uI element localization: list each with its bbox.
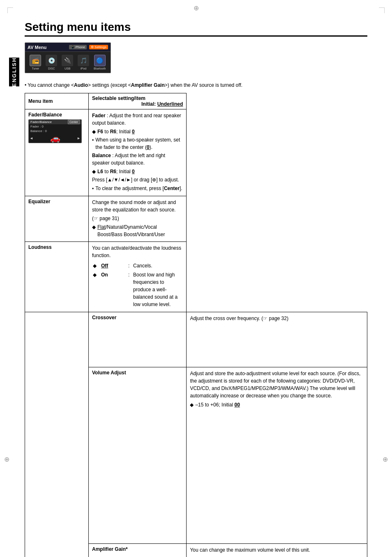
cell-fader-label: Fader/Balance Fader/Balance Center Fader… [25,109,89,196]
table-row-equalizer: Equalizer Change the sound mode or adjus… [25,196,367,242]
table-row-fader: Fader/Balance Fader/Balance Center Fader… [25,109,367,196]
av-menu-bar-right: 📱 Phone ⚙ Settings [69,45,108,49]
av-menu-screenshot: AV Menu 📱 Phone ⚙ Settings 📻 Tuner 💿 DIS… [25,42,111,73]
main-content: Setting menu items AV Menu 📱 Phone ⚙ Set… [0,0,392,557]
av-icon-ipod: 🎵 iPod [78,55,89,70]
settings-table: Menu item Selectable setting/item Initia… [25,93,367,557]
cell-loudness-label: Loudness [25,242,89,312]
th-menu-item: Menu item [25,93,89,109]
cell-audio-label: Audio [25,312,89,557]
cell-volume-label: Volume Adjust [89,367,187,543]
av-menu-icons: 📻 Tuner 💿 DISC 🔌 USB 🎵 iPod 🔵 Blu [25,52,111,72]
table-row-crossover: Audio Crossover Adjust the cross over fr… [25,312,367,367]
cell-volume-content: Adjust and store the auto-adjustment vol… [187,367,367,543]
cell-crossover-label: Crossover [89,312,187,367]
note-text: • You cannot change <Audio> settings (ex… [25,81,367,89]
cell-amplifier-content: You can change the maximum volume level … [187,544,367,557]
av-icon-usb: 🔌 USB [62,55,73,70]
cell-equalizer-label: Equalizer [25,196,89,242]
th-selectable: Selectable setting/item Initial: Underli… [89,93,187,109]
cell-amplifier-label: Amplifier Gain* [89,544,187,557]
av-menu-bar: AV Menu 📱 Phone ⚙ Settings [25,43,111,52]
cell-fader-content: Fader : Adjust the front and rear speake… [89,109,187,196]
phone-label: 📱 Phone [69,45,87,49]
settings-label: ⚙ Settings [89,45,108,49]
page-container: ⊕ ⊕ ⊕ ⊕ ENGLISH Setting menu items AV Me… [0,0,392,557]
th-initial: Initial: Underlined [141,101,183,107]
cell-equalizer-content: Change the sound mode or adjust and stor… [89,196,187,242]
av-menu-title: AV Menu [28,45,46,50]
av-icon-tuner: 📻 Tuner [30,55,41,70]
table-row-loudness: Loudness You can activate/deactivate the… [25,242,367,312]
cell-loudness-content: You can activate/deactivate the loudness… [89,242,187,312]
cell-crossover-content: Adjust the cross over frequency. (☞ page… [187,312,367,367]
page-title: Setting menu items [25,21,367,37]
av-icon-disc: 💿 DISC [46,55,57,70]
fader-balance-screenshot: Fader/Balance Center Fader : 0 Balance :… [28,119,82,143]
av-icon-bluetooth: 🔵 Bluetooth [94,55,106,70]
